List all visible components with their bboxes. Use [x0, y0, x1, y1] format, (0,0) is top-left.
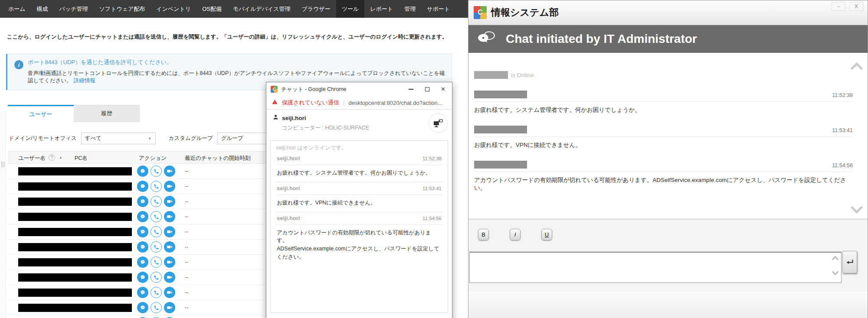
nav-item-home[interactable]: ホーム	[3, 0, 31, 18]
info-icon: i	[14, 60, 23, 69]
message-sender: seiji.hori	[277, 155, 300, 162]
phone-icon[interactable]	[151, 256, 162, 268]
group-select-value: グループ	[221, 135, 243, 142]
redacted-sender-name	[474, 126, 527, 133]
sort-asc-icon[interactable]: ▲	[59, 156, 62, 159]
nav-item-configurations[interactable]: 構成	[31, 0, 54, 18]
domain-select[interactable]: すべて ▼	[81, 133, 156, 144]
nav-item-support[interactable]: サポート	[421, 0, 455, 18]
chrome-titlebar[interactable]: C チャット - Google Chrome ×	[266, 82, 452, 96]
col-pcname[interactable]: PC名	[75, 155, 88, 162]
video-icon[interactable]	[164, 302, 175, 313]
chat-icon[interactable]	[137, 196, 148, 207]
message-input[interactable]	[469, 252, 842, 283]
phone-icon[interactable]	[151, 241, 162, 253]
window-footer	[468, 292, 868, 318]
url-text[interactable]: desktopcentral:8020/chat.do?action...	[348, 100, 442, 106]
input-scroll-up-icon[interactable]	[832, 256, 839, 263]
nav-item-inventory[interactable]: インベントリ	[151, 0, 197, 18]
security-warning-text[interactable]: 保護されていない通信	[282, 99, 339, 107]
send-button[interactable]	[842, 251, 857, 273]
message-timestamp: 11:52:38	[832, 92, 853, 98]
phone-icon[interactable]	[151, 287, 162, 298]
nav-item-reports[interactable]: レポート	[364, 0, 399, 18]
message-header: seiji.hori 11:54:56	[276, 212, 442, 225]
col-username[interactable]: ユーザー名	[18, 155, 46, 162]
panel-grip-handle[interactable]	[1, 162, 4, 167]
scroll-down-icon[interactable]	[851, 201, 863, 214]
col-last-chat-time[interactable]: 最近のチャットの開始時刻	[185, 155, 251, 162]
tab-history[interactable]: 履歴	[74, 105, 140, 122]
chat-icon[interactable]	[137, 256, 148, 268]
format-toolbar: B I U	[478, 229, 868, 240]
phone-icon[interactable]	[151, 302, 162, 313]
warning-triangle-icon[interactable]	[272, 99, 278, 107]
chat-icon[interactable]	[137, 272, 148, 283]
chat-icon[interactable]	[137, 287, 148, 298]
admin-message-list[interactable]: is Online. 11:52:38 お疲れ様です。システム管理者です。何かお…	[468, 53, 868, 219]
nav-item-os-deploy[interactable]: OS配備	[197, 0, 227, 18]
tab-users[interactable]: ユーザー	[8, 105, 74, 122]
chat-icon[interactable]	[137, 181, 148, 192]
chat-icon[interactable]	[137, 211, 148, 222]
chat-user-header: seiji.hori コンピューター : HOLIC-SURFACE	[266, 110, 452, 137]
last-chat-time: --	[185, 198, 188, 204]
message-header: seiji.hori 11:52:38	[276, 153, 442, 165]
phone-icon[interactable]	[151, 211, 162, 222]
input-scroll-down-icon[interactable]	[832, 269, 839, 276]
close-icon[interactable]: ×	[441, 86, 445, 93]
chrome-chat-popup: C チャット - Google Chrome × 保護されていない通信 | de…	[266, 82, 452, 318]
nav-item-patch-mgmt[interactable]: パッチ管理	[54, 0, 94, 18]
phone-icon[interactable]	[151, 272, 162, 283]
message-timestamp: 11:53:41	[423, 186, 442, 191]
chat-icon[interactable]	[137, 241, 148, 253]
video-icon[interactable]	[164, 256, 175, 268]
more-info-link[interactable]: 詳細情報	[74, 78, 95, 84]
minimize-icon[interactable]: −	[832, 2, 845, 11]
domain-select-value: すべて	[85, 135, 102, 142]
nav-item-browser[interactable]: ブラウザー	[296, 0, 336, 18]
bold-button[interactable]: B	[478, 229, 489, 240]
admin-titlebar[interactable]: C 情報システム部 − X	[468, 0, 868, 25]
top-navbar: ホーム 構成 パッチ管理 ソフトウェア配布 インベントリ OS配備 モバイルデバ…	[0, 0, 468, 18]
chrome-address-bar[interactable]: 保護されていない通信 | desktopcentral:8020/chat.do…	[266, 96, 452, 110]
message-text: アカウントパスワードの有効期限が切れている可能性があります。ADSelfServ…	[474, 172, 853, 192]
minimize-icon[interactable]	[409, 89, 413, 90]
phone-icon[interactable]	[151, 165, 162, 177]
chat-session-title: Chat initiated by IT Administrator	[506, 32, 697, 46]
phone-icon[interactable]	[151, 226, 162, 237]
redacted-username	[18, 228, 132, 236]
video-icon[interactable]	[164, 287, 175, 298]
domain-filter-label: ドメイン/リモートオフィス	[9, 135, 77, 142]
video-icon[interactable]	[164, 272, 175, 283]
italic-button[interactable]: I	[510, 229, 521, 240]
chat-icon[interactable]	[137, 302, 148, 313]
underline-button[interactable]: U	[541, 229, 552, 240]
video-icon[interactable]	[164, 241, 175, 253]
chat-icon[interactable]	[137, 226, 148, 237]
chat-icon[interactable]	[137, 165, 148, 177]
message-timestamp: 11:52:38	[423, 156, 442, 161]
video-icon[interactable]	[164, 211, 175, 222]
collapsed-panel	[0, 112, 6, 318]
chat-message-list[interactable]: seiji.hori はオンラインです。 seiji.hori 11:52:38…	[270, 140, 448, 313]
nav-item-software-deploy[interactable]: ソフトウェア配布	[94, 0, 151, 18]
video-icon[interactable]	[164, 181, 175, 192]
video-icon[interactable]	[164, 226, 175, 237]
nav-item-admin[interactable]: 管理	[399, 0, 421, 18]
message-group: 11:54:56 アカウントパスワードの有効期限が切れている可能性があります。A…	[474, 161, 853, 192]
maximize-icon[interactable]	[425, 87, 429, 91]
remote-control-button[interactable]	[429, 114, 448, 133]
video-icon[interactable]	[164, 165, 175, 177]
desktop-central-favicon: C	[271, 86, 278, 93]
phone-icon[interactable]	[151, 181, 162, 192]
video-icon[interactable]	[164, 196, 175, 207]
nav-item-tools[interactable]: ツール	[336, 0, 365, 18]
last-chat-time: --	[185, 289, 188, 295]
chat-user-name: seiji.hori	[282, 115, 306, 121]
phone-icon[interactable]	[151, 196, 162, 207]
message-header: seiji.hori 11:53:41	[276, 182, 442, 195]
nav-item-mdm[interactable]: モバイルデバイス管理	[227, 0, 296, 18]
help-icon[interactable]: ?	[49, 154, 55, 161]
close-icon[interactable]: X	[849, 2, 863, 11]
